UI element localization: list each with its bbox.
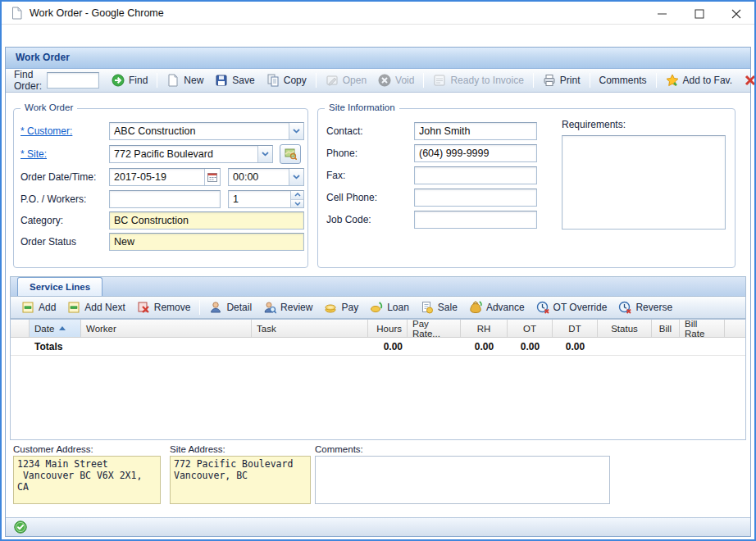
comments-textarea[interactable] bbox=[315, 456, 610, 504]
pay-icon bbox=[324, 301, 337, 314]
void-button[interactable]: Void bbox=[372, 71, 420, 89]
print-button[interactable]: Print bbox=[537, 71, 586, 89]
column-header-worker[interactable]: Worker bbox=[81, 320, 252, 337]
tab-service-lines[interactable]: Service Lines bbox=[17, 277, 102, 296]
document-icon bbox=[11, 7, 22, 23]
copy-button[interactable]: Copy bbox=[261, 71, 312, 89]
service-add-button[interactable]: Add bbox=[16, 298, 61, 316]
column-header-dt[interactable]: DT bbox=[553, 320, 598, 337]
calendar-icon[interactable] bbox=[204, 169, 220, 185]
column-header-status[interactable]: Status bbox=[598, 320, 652, 337]
close-icon bbox=[744, 74, 756, 87]
main-toolbar: Find Order: Find New Save Copy bbox=[6, 69, 750, 93]
column-header-hours[interactable]: Hours bbox=[368, 320, 408, 337]
column-header-bill[interactable]: Bill bbox=[652, 320, 680, 337]
service-review-button[interactable]: Review bbox=[257, 298, 318, 316]
workers-stepper[interactable] bbox=[228, 190, 304, 208]
service-loan-button[interactable]: Loan bbox=[364, 298, 415, 316]
toolbar-separator bbox=[656, 73, 657, 88]
requirements-label: Requirements: bbox=[562, 116, 626, 134]
maximize-button[interactable] bbox=[693, 7, 706, 20]
new-button[interactable]: New bbox=[161, 71, 209, 89]
po-workers-label: P.O. / Workers: bbox=[20, 190, 86, 208]
service-reverse-button[interactable]: Reverse bbox=[613, 298, 678, 316]
cell-phone-field[interactable] bbox=[414, 189, 537, 207]
service-pay-button[interactable]: Pay bbox=[318, 298, 364, 316]
totals-label: Totals bbox=[30, 338, 81, 355]
chevron-down-icon[interactable] bbox=[289, 169, 303, 185]
service-detail-button[interactable]: Detail bbox=[203, 298, 257, 316]
open-icon bbox=[326, 74, 339, 87]
find-order-label: Find Order: bbox=[11, 69, 42, 92]
add-next-line-icon bbox=[67, 301, 80, 314]
minimize-button[interactable] bbox=[656, 7, 669, 20]
phone-label: Phone: bbox=[326, 144, 358, 162]
comments-button[interactable]: Comments bbox=[594, 72, 653, 89]
find-order-input[interactable] bbox=[47, 72, 99, 89]
save-button[interactable]: Save bbox=[209, 71, 260, 89]
clock-override-icon bbox=[536, 301, 549, 314]
sort-ascending-icon bbox=[59, 326, 66, 330]
comments-label: Comments: bbox=[315, 444, 363, 454]
service-lines-tabstrip: Service Lines bbox=[10, 276, 746, 296]
panel-title: Work Order bbox=[6, 48, 750, 69]
find-button[interactable]: Find bbox=[106, 71, 153, 89]
new-document-icon bbox=[166, 74, 180, 87]
filler-column-header bbox=[725, 320, 745, 337]
close-window-button[interactable] bbox=[730, 7, 743, 20]
remove-line-icon bbox=[137, 301, 150, 314]
column-header-ot[interactable]: OT bbox=[508, 320, 553, 337]
person-review-icon bbox=[263, 301, 276, 314]
person-icon bbox=[209, 301, 222, 314]
service-ot-override-button[interactable]: OT Override bbox=[531, 298, 613, 316]
site-label[interactable]: * Site: bbox=[20, 145, 47, 163]
po-number-field[interactable] bbox=[109, 190, 221, 208]
toolbar-separator bbox=[199, 300, 200, 315]
print-icon bbox=[543, 74, 556, 87]
service-advance-button[interactable]: Advance bbox=[463, 298, 531, 316]
chevron-down-icon[interactable] bbox=[257, 146, 272, 162]
order-date-field[interactable] bbox=[109, 168, 221, 186]
toolbar-separator bbox=[423, 73, 424, 88]
site-information-group: Site Information Contact: Phone: Fax: Ce… bbox=[317, 108, 736, 268]
customer-address-label: Customer Address: bbox=[13, 444, 93, 454]
spinner-down-icon[interactable] bbox=[291, 200, 303, 208]
find-icon bbox=[112, 74, 125, 87]
customer-combobox[interactable]: ABC Construction bbox=[109, 122, 304, 140]
totals-rh: 0.00 bbox=[461, 338, 508, 355]
column-header-bill-rate[interactable]: Bill Rate bbox=[680, 320, 725, 337]
ready-to-invoice-button[interactable]: Ready to Invoice bbox=[427, 71, 529, 89]
form-body: Work Order * Customer: ABC Construction … bbox=[6, 93, 750, 517]
phone-field[interactable] bbox=[414, 144, 537, 162]
order-datetime-label: Order Date/Time: bbox=[20, 168, 96, 186]
chevron-down-icon[interactable] bbox=[289, 123, 303, 139]
advance-icon bbox=[469, 301, 482, 314]
column-header-date[interactable]: Date bbox=[30, 320, 81, 337]
customer-address-textarea[interactable]: 1234 Main Street Vancouver BC V6X 2X1, C… bbox=[13, 456, 161, 504]
work-order-panel: Work Order Find Order: Find New Save Cop… bbox=[5, 47, 751, 537]
open-button[interactable]: Open bbox=[320, 71, 372, 89]
service-remove-button[interactable]: Remove bbox=[131, 298, 197, 316]
site-address-textarea[interactable]: 772 Pacific Boulevard Vancouver, BC bbox=[170, 456, 311, 504]
service-sale-button[interactable]: Sale bbox=[415, 298, 463, 316]
toolbar-separator bbox=[590, 73, 590, 88]
row-indicator-column-header bbox=[11, 320, 30, 337]
customer-label[interactable]: * Customer: bbox=[20, 122, 72, 140]
close-button[interactable]: Close bbox=[738, 71, 756, 89]
spinner-up-icon[interactable] bbox=[291, 191, 303, 200]
site-map-button[interactable] bbox=[280, 144, 301, 164]
category-field[interactable] bbox=[109, 211, 304, 230]
requirements-textarea[interactable] bbox=[562, 135, 726, 230]
column-header-rh[interactable]: RH bbox=[461, 320, 508, 337]
service-add-next-button[interactable]: Add Next bbox=[61, 298, 130, 316]
job-code-field[interactable] bbox=[414, 211, 537, 229]
order-status-field[interactable] bbox=[109, 233, 304, 251]
add-to-favorites-button[interactable]: Add to Fav. bbox=[660, 71, 738, 89]
fax-field[interactable] bbox=[414, 166, 537, 184]
site-combobox[interactable]: 772 Pacific Boulevard bbox=[109, 145, 273, 163]
toolbar-separator bbox=[157, 73, 157, 88]
order-time-combobox[interactable]: 00:00 bbox=[228, 168, 304, 186]
column-header-task[interactable]: Task bbox=[252, 320, 368, 337]
contact-field[interactable] bbox=[414, 122, 537, 140]
column-header-pay-rate[interactable]: Pay Rate... bbox=[408, 320, 461, 337]
